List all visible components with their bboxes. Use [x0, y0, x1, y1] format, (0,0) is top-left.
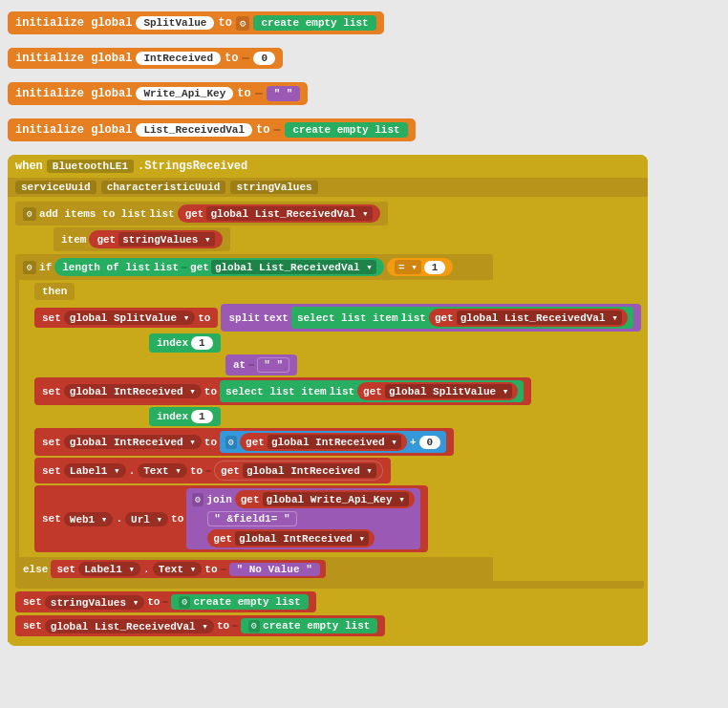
if-container: ⚙ if length of list list get global List…: [15, 254, 644, 589]
select-list-item-label-2: select list item: [225, 386, 327, 397]
init-listreceivedval-block: initialize global List_ReceivedVal to cr…: [8, 117, 720, 143]
select-list-item-split[interactable]: select list item list get global SplitVa…: [220, 380, 524, 402]
intreceived-var[interactable]: IntReceived: [136, 52, 221, 65]
splitvalue-set-dropdown[interactable]: global SplitValue ▾: [64, 311, 195, 325]
listreceivedval-if-dropdown[interactable]: global List_ReceivedVal ▾: [211, 260, 376, 274]
equals-block[interactable]: = ▾ 1: [387, 258, 453, 276]
writeapikey-var[interactable]: Write_Api_Key: [136, 87, 233, 100]
equals-dropdown[interactable]: = ▾: [395, 260, 421, 274]
list-label-if: list: [154, 262, 179, 273]
create-list-strv[interactable]: ⚙create empty list: [171, 594, 308, 610]
set-web1-url-block[interactable]: set Web1 ▾ . Url ▾ to ⚙ join: [34, 485, 428, 552]
length-of-list[interactable]: length of list list get global List_Rece…: [54, 258, 384, 276]
notch-l1t: [205, 470, 211, 472]
text-novalue-dropdown[interactable]: Text ▾: [153, 562, 203, 576]
set-label1-text-block[interactable]: set Label1 ▾ . Text ▾ to get global IntR…: [34, 458, 391, 483]
writeapikey-val[interactable]: " ": [267, 86, 301, 101]
notch-nv: [221, 569, 226, 570]
at-value[interactable]: " ": [257, 357, 289, 373]
gear-strv[interactable]: ⚙: [179, 596, 190, 609]
listreceivedval-var[interactable]: List_ReceivedVal: [136, 123, 252, 137]
text-dropdown[interactable]: Text ▾: [138, 463, 187, 478]
params-row: serviceUuid characteristicUuid stringVal…: [8, 178, 648, 197]
list-label-select: list: [401, 312, 426, 324]
listreceivedval-select-dropdown[interactable]: global List_ReceivedVal ▾: [457, 311, 622, 325]
get-splitvalue-select[interactable]: get global SplitValue ▾: [357, 382, 518, 400]
create-list-4[interactable]: create empty list: [285, 122, 407, 138]
listreceivedval-set-dropdown[interactable]: global List_ReceivedVal ▾: [45, 619, 214, 633]
at-block[interactable]: at " ": [225, 354, 297, 375]
gear-if[interactable]: ⚙: [23, 261, 36, 274]
intreceived-set-dropdown-1[interactable]: global IntReceived ▾: [64, 384, 202, 398]
notch-if: [182, 267, 187, 268]
set-label1-text-row: set Label1 ▾ . Text ▾ to get global IntR…: [34, 458, 641, 483]
field1-string[interactable]: " &field1= ": [207, 511, 296, 526]
bluetooth-component[interactable]: BluetoothLE1: [47, 160, 134, 173]
list-label-do: list: [149, 208, 174, 220]
set-label1-novalue-block[interactable]: set Label1 ▾ . Text ▾ to " No Value ": [51, 560, 325, 578]
join-block[interactable]: ⚙ join get global Write_Api_Key ▾ " &fie…: [186, 488, 420, 549]
set-label-ir2: set: [42, 437, 61, 448]
intreceived-set-dropdown-2[interactable]: global IntReceived ▾: [64, 435, 202, 449]
notch-at: [248, 364, 254, 366]
intreceived-val[interactable]: 0: [253, 52, 275, 65]
index-block-2[interactable]: index 1: [149, 407, 221, 426]
to-label-1: to: [218, 16, 231, 30]
create-list-1[interactable]: create empty list: [253, 15, 375, 31]
dot-label-nv: .: [143, 564, 150, 575]
set-splitvalue-row: set global SplitValue ▾ to split text se…: [34, 304, 641, 332]
gear-join[interactable]: ⚙: [192, 493, 203, 506]
add-items-label: add items to list: [39, 208, 146, 220]
split-block[interactable]: split text select list item list get glo…: [221, 304, 640, 332]
index-value-2[interactable]: 1: [191, 410, 213, 423]
gear-math[interactable]: ⚙: [225, 436, 237, 449]
select-list-item-block[interactable]: select list item list get global List_Re…: [291, 307, 633, 329]
at-row: at " ": [34, 354, 641, 375]
gear-do[interactable]: ⚙: [23, 207, 36, 221]
get-intreceived-join[interactable]: get global IntReceived ▾: [207, 529, 375, 547]
index-block[interactable]: index 1: [149, 333, 221, 353]
splitvalue-select-dropdown[interactable]: global SplitValue ▾: [385, 384, 512, 398]
intreceived-math-dropdown[interactable]: global IntReceived ▾: [268, 435, 401, 449]
to-label-ir2: to: [204, 437, 217, 448]
math-add-block[interactable]: ⚙ get global IntReceived ▾ + 0: [220, 431, 446, 453]
label1-dropdown[interactable]: Label1 ▾: [64, 463, 126, 478]
to-label-l1t: to: [190, 465, 203, 477]
gear-lrv[interactable]: ⚙: [248, 620, 260, 633]
create-list-lrv[interactable]: ⚙create empty list: [241, 618, 377, 633]
canvas: initialize global SplitValue to ⚙ create…: [0, 0, 728, 708]
get-writeapikey-join[interactable]: get global Write_Api_Key ▾: [235, 490, 415, 508]
to-label-lrv: to: [217, 620, 229, 632]
to-label-nv: to: [204, 564, 217, 575]
gear-1[interactable]: ⚙: [236, 16, 250, 31]
plus-zero-val[interactable]: 0: [419, 436, 441, 449]
stringvalues-set-dropdown[interactable]: stringValues ▾: [45, 595, 144, 610]
stringvalues-dropdown[interactable]: stringValues ▾: [118, 232, 214, 247]
get-listreceivedval-if[interactable]: get global List_ReceivedVal ▾: [190, 260, 376, 274]
set-label-lrv: set: [23, 620, 42, 632]
label1-novalue-dropdown[interactable]: Label1 ▾: [78, 562, 140, 576]
index-value-1[interactable]: 1: [191, 336, 213, 350]
get-listreceivedval-select[interactable]: get global List_ReceivedVal ▾: [429, 309, 628, 327]
do-block: ⚙ add items to list list get global List…: [15, 202, 388, 225]
set-splitvalue-block[interactable]: set global SplitValue ▾ to: [34, 308, 218, 328]
intreceived-label-dropdown[interactable]: global IntReceived ▾: [243, 463, 376, 478]
set-stringvalues-block[interactable]: set stringValues ▾ to ⚙create empty list: [15, 591, 316, 612]
get-intreceived-label[interactable]: get global IntReceived ▾: [214, 461, 383, 481]
equals-value[interactable]: 1: [424, 261, 446, 274]
get-stringvalues[interactable]: get stringValues ▾: [89, 230, 222, 248]
intreceived-join-dropdown[interactable]: global IntReceived ▾: [235, 531, 369, 546]
if-label: if: [39, 262, 52, 273]
get-list-receivedval[interactable]: get global List_ReceivedVal ▾: [178, 204, 380, 223]
get-intreceived-math[interactable]: get global IntReceived ▾: [240, 433, 407, 451]
set-listreceivedval-block[interactable]: set global List_ReceivedVal ▾ to ⚙create…: [15, 615, 385, 636]
no-value-string[interactable]: " No Value ": [229, 563, 320, 576]
length-of-list-label: length of list: [62, 262, 150, 273]
web1-dropdown[interactable]: Web1 ▾: [64, 512, 114, 526]
set-intreceived-1-block[interactable]: set global IntReceived ▾ to select list …: [34, 377, 531, 405]
list-receivedval-dropdown[interactable]: global List_ReceivedVal ▾: [206, 206, 372, 221]
url-dropdown[interactable]: Url ▾: [125, 512, 168, 526]
set-intreceived-2-block[interactable]: set global IntReceived ▾ to ⚙ get global…: [34, 428, 454, 456]
splitvalue-var[interactable]: SplitValue: [136, 16, 214, 30]
writeapikey-join-dropdown[interactable]: global Write_Api_Key ▾: [263, 492, 409, 506]
